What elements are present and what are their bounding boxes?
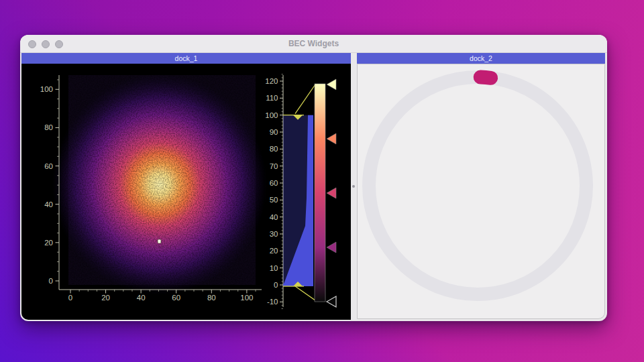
svg-text:30: 30: [270, 230, 278, 238]
dock1-titlebar[interactable]: dock_1: [21, 53, 351, 64]
svg-text:110: 110: [266, 94, 278, 102]
svg-text:40: 40: [137, 294, 146, 302]
desktop-background: BEC Widgets dock_1 dock_2: [0, 0, 644, 362]
dock-splitter-handle[interactable]: [352, 185, 355, 188]
svg-text:20: 20: [44, 239, 53, 247]
svg-text:50: 50: [270, 196, 278, 204]
svg-text:40: 40: [270, 213, 278, 221]
colormap-tick-icon[interactable]: [327, 188, 336, 198]
ring-progress-value: [480, 77, 491, 78]
colormap-tick-icon[interactable]: [327, 296, 336, 307]
crosshair-marker-dot[interactable]: [158, 239, 161, 243]
colormap-tick-icon[interactable]: [327, 242, 336, 253]
dock2-titlebar[interactable]: dock_2: [357, 53, 605, 64]
colormap-tick-icon[interactable]: [327, 133, 336, 144]
image-plot-canvas[interactable]: 020406080100020406080100 -10010203040506…: [21, 64, 351, 320]
svg-text:10: 10: [270, 264, 278, 272]
ring-progress-track: [369, 77, 586, 294]
svg-text:80: 80: [270, 145, 278, 153]
window-title: BEC Widgets: [20, 35, 607, 52]
dock1-label: dock_1: [175, 54, 198, 62]
bec-widgets-window: BEC Widgets dock_1 dock_2: [20, 35, 607, 321]
heatmap-noise-texture: [68, 75, 256, 285]
svg-text:20: 20: [270, 247, 278, 255]
svg-text:70: 70: [270, 162, 278, 170]
svg-text:80: 80: [207, 294, 216, 302]
svg-text:100: 100: [265, 111, 278, 119]
window-titlebar[interactable]: BEC Widgets: [20, 35, 607, 53]
dock1-plot-panel: 020406080100020406080100 -10010203040506…: [21, 64, 351, 320]
svg-text:100: 100: [40, 85, 53, 93]
svg-text:60: 60: [270, 179, 278, 187]
histogram-lut-widget[interactable]: -100102030405060708090100110120: [265, 74, 336, 309]
svg-text:80: 80: [44, 123, 53, 131]
svg-text:60: 60: [172, 294, 180, 302]
ring-progress-widget: [358, 64, 604, 318]
svg-text:60: 60: [44, 162, 53, 170]
svg-text:90: 90: [270, 128, 278, 136]
colorbar-gradient[interactable]: [315, 84, 325, 302]
svg-text:0: 0: [68, 294, 72, 302]
svg-text:120: 120: [265, 77, 278, 85]
svg-text:0: 0: [49, 277, 53, 285]
dock2-ring-panel: [357, 64, 605, 319]
colormap-tick-icon[interactable]: [327, 79, 336, 90]
svg-text:100: 100: [240, 294, 253, 302]
svg-text:0: 0: [274, 281, 278, 289]
svg-text:40: 40: [44, 200, 53, 208]
dock2-label: dock_2: [470, 54, 492, 62]
svg-text:20: 20: [101, 294, 110, 302]
svg-text:-10: -10: [267, 298, 278, 306]
